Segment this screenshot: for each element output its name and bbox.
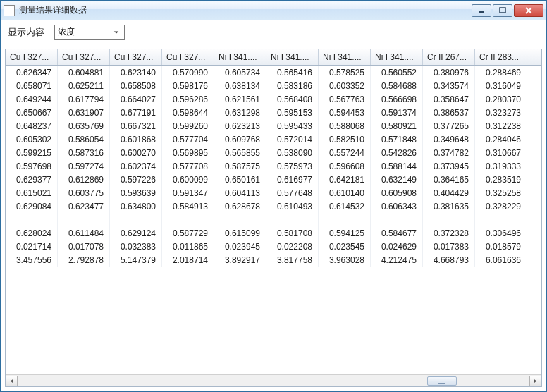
table-cell: 0.577648 [266, 186, 319, 200]
table-cell: 0.587575 [214, 159, 266, 173]
column-header[interactable]: Cu I 327... [110, 49, 162, 65]
column-header[interactable]: Ni I 341.... [319, 49, 371, 65]
table-row[interactable]: 0.0217140.0170780.0323830.0118650.023945… [6, 240, 541, 253]
column-header[interactable]: Cu I 327... [6, 49, 58, 65]
table-cell [475, 213, 527, 226]
table-cell: 0.404429 [423, 186, 475, 200]
column-header[interactable]: Ni I 341.... [371, 49, 423, 65]
column-header[interactable]: Ni I 341.... [214, 49, 266, 65]
table-cell: 0.595433 [266, 119, 319, 133]
table-cell: 3.457556 [6, 253, 58, 267]
table-row[interactable]: 0.5976980.5972740.6023740.5777080.587575… [6, 159, 541, 173]
table-cell [214, 213, 266, 226]
table-body: 0.6263470.6048810.6231400.5709900.605734… [6, 66, 541, 374]
table-cell: 0.588144 [371, 159, 423, 173]
maximize-button[interactable] [493, 4, 512, 17]
data-table: Cu I 327...Cu I 327...Cu I 327...Cu I 32… [5, 49, 542, 387]
table-cell: 0.584913 [162, 200, 214, 213]
column-header[interactable]: Ni I 341.... [266, 49, 319, 65]
close-button[interactable] [514, 4, 543, 17]
table-cell: 0.386537 [423, 106, 475, 119]
table-cell: 0.664027 [110, 92, 162, 106]
table-cell: 0.631907 [58, 106, 110, 119]
chevron-down-icon [111, 27, 121, 37]
table-cell: 3.817758 [266, 253, 319, 267]
table-cell [58, 213, 110, 226]
table-cell: 0.312238 [475, 119, 527, 133]
scroll-left-button[interactable] [6, 376, 18, 386]
table-cell: 0.583186 [266, 79, 319, 92]
column-header[interactable]: Cu I 327... [162, 49, 214, 65]
table-cell: 0.328229 [475, 200, 527, 213]
column-header[interactable]: Cr II 267... [423, 49, 475, 65]
table-cell: 0.011865 [162, 240, 214, 253]
table-cell: 0.615021 [6, 186, 58, 200]
table-row[interactable]: 0.6150210.6037750.5936390.5913470.604113… [6, 186, 541, 200]
table-cell: 0.629124 [110, 226, 162, 240]
table-cell: 0.017078 [58, 240, 110, 253]
table-cell: 4.212475 [371, 253, 423, 267]
scroll-thumb[interactable] [427, 376, 457, 386]
table-cell: 0.591374 [371, 106, 423, 119]
table-cell: 0.623140 [110, 66, 162, 79]
table-cell: 0.557244 [319, 146, 371, 159]
table-cell: 0.577704 [162, 133, 214, 146]
table-cell: 0.578525 [319, 66, 371, 79]
table-row[interactable]: 0.6506670.6319070.6771910.5986440.631298… [6, 106, 541, 119]
table-cell: 0.023945 [214, 240, 266, 253]
titlebar: 测量结果详细数据 [1, 1, 546, 20]
table-row[interactable]: 0.6482370.6357690.6673210.5992600.623213… [6, 119, 541, 133]
table-cell: 0.587729 [162, 226, 214, 240]
table-cell: 0.288469 [475, 66, 527, 79]
table-cell: 0.017383 [423, 240, 475, 253]
table-cell: 0.677191 [110, 106, 162, 119]
table-cell: 0.648237 [6, 119, 58, 133]
table-cell: 0.599260 [162, 119, 214, 133]
app-icon [4, 5, 15, 16]
column-header[interactable]: Cu I 327... [58, 49, 110, 65]
table-row[interactable]: 0.6263470.6048810.6231400.5709900.605734… [6, 66, 541, 79]
table-cell: 0.381635 [423, 200, 475, 213]
table-cell [110, 213, 162, 226]
table-row[interactable]: 3.4575562.7928785.1473792.0187143.892917… [6, 253, 541, 267]
table-row[interactable] [6, 213, 541, 226]
table-cell: 0.609768 [214, 133, 266, 146]
table-row[interactable]: 0.6053020.5860540.6018680.5777040.609768… [6, 133, 541, 146]
scroll-right-button[interactable] [529, 376, 541, 386]
table-cell: 2.018714 [162, 253, 214, 267]
table-cell: 0.349648 [423, 133, 475, 146]
display-select[interactable]: 浓度 [54, 25, 125, 40]
table-cell: 0.542826 [371, 146, 423, 159]
table-row[interactable]: 0.6293770.6128690.5972260.6000990.650161… [6, 173, 541, 186]
column-header[interactable]: Cr II 283... [475, 49, 527, 65]
table-cell: 0.283519 [475, 173, 527, 186]
scroll-track[interactable] [18, 376, 529, 386]
table-cell: 0.596608 [319, 159, 371, 173]
table-row[interactable]: 0.6492440.6177940.6640270.5962860.621561… [6, 92, 541, 106]
horizontal-scrollbar[interactable] [6, 374, 541, 386]
window-buttons [472, 4, 543, 17]
table-cell: 0.593639 [110, 186, 162, 200]
table-cell: 2.792878 [58, 253, 110, 267]
table-cell: 0.325258 [475, 186, 527, 200]
table-cell: 0.570990 [162, 66, 214, 79]
table-cell: 0.572014 [266, 133, 319, 146]
table-cell: 0.650161 [214, 173, 266, 186]
table-cell: 0.667321 [110, 119, 162, 133]
table-row[interactable]: 0.6290840.6234770.6348000.5849130.628678… [6, 200, 541, 213]
table-cell: 0.323273 [475, 106, 527, 119]
table-row[interactable]: 0.5992150.5873160.6002700.5698950.565855… [6, 146, 541, 159]
table-cell: 0.599215 [6, 146, 58, 159]
table-row[interactable]: 0.6280240.6114840.6291240.5877290.615099… [6, 226, 541, 240]
minimize-button[interactable] [472, 4, 491, 17]
table-cell: 0.650667 [6, 106, 58, 119]
table-row[interactable]: 0.6580710.6252110.6585080.5981760.638134… [6, 79, 541, 92]
table-cell: 0.588068 [319, 119, 371, 133]
table-cell: 0.616977 [266, 173, 319, 186]
table-cell: 0.591347 [162, 186, 214, 200]
table-cell: 0.631298 [214, 106, 266, 119]
table-cell [6, 213, 58, 226]
table-cell: 0.610493 [266, 200, 319, 213]
table-cell: 0.597274 [58, 159, 110, 173]
table-cell: 0.018579 [475, 240, 527, 253]
